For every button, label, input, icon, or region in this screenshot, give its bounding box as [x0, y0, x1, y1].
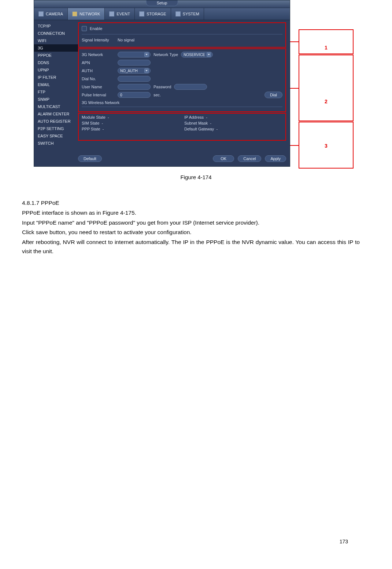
signal-intensity-label: Signal Intensity: [82, 38, 115, 42]
callout-box-2: 2: [299, 55, 354, 121]
enable-checkbox[interactable]: [82, 26, 87, 31]
enable-label: Enable: [90, 26, 102, 31]
sidebar-item-tcpip[interactable]: TCP/IP: [34, 22, 78, 30]
sidebar-item-pppoe[interactable]: PPPOE: [34, 52, 78, 59]
sidebar-item-connection[interactable]: CONNECTION: [34, 30, 78, 37]
body-paragraph-4: After rebooting, NVR will connect to int…: [22, 238, 360, 256]
sidebar-item-3g[interactable]: 3G: [34, 44, 78, 52]
sidebar-item-upnp[interactable]: UPNP: [34, 66, 78, 74]
body-paragraph-2: Input "PPPoE name" and "PPPoE password" …: [22, 218, 360, 228]
3g-network-label: 3G Network: [82, 52, 115, 57]
tab-camera-label: CAMERA: [46, 12, 63, 16]
tab-storage[interactable]: STORAGE: [135, 8, 171, 20]
auth-label: AUTH: [82, 69, 115, 73]
network-icon: [72, 11, 77, 16]
password-input[interactable]: [174, 84, 207, 90]
figure-caption: Figure 4-174: [15, 174, 377, 180]
ip-address-label: IP Address: [184, 115, 204, 119]
module-state-value: -: [108, 115, 109, 119]
callout-number-1: 1: [325, 45, 328, 51]
ppp-state-label: PPP State: [82, 127, 100, 131]
cancel-button[interactable]: Cancel: [238, 155, 261, 162]
callout-number-3: 3: [325, 143, 328, 149]
dial-button[interactable]: Dial: [265, 92, 282, 98]
window-title: Setup: [146, 0, 178, 6]
callout-number-2: 2: [325, 99, 328, 104]
network-type-select[interactable]: NOSERVICE: [181, 52, 213, 58]
subnet-mask-label: Subnet Mask: [184, 121, 208, 125]
tab-network[interactable]: NETWORK: [68, 8, 105, 20]
tab-network-label: NETWORK: [79, 12, 100, 16]
sim-state-value: -: [101, 121, 103, 125]
section-heading: 4.8.1.7 PPPoE: [22, 199, 360, 208]
sidebar-item-ddns[interactable]: DDNS: [34, 59, 78, 66]
ok-button[interactable]: OK: [213, 155, 234, 162]
top-tab-row: CAMERA NETWORK EVENT STORAGE SYSTEM: [34, 8, 290, 20]
password-label: Password: [154, 85, 171, 89]
tab-event[interactable]: EVENT: [105, 8, 135, 20]
callout-box-3: 3: [299, 122, 354, 169]
panel-3: Module State - IP Address - SIM State - …: [78, 113, 286, 141]
camera-icon: [38, 11, 44, 16]
apply-button[interactable]: Apply: [265, 155, 286, 162]
tab-event-label: EVENT: [117, 12, 130, 16]
sidebar-item-multicast[interactable]: MULTICAST: [34, 103, 78, 110]
default-gateway-value: -: [216, 127, 218, 131]
network-type-label: Network Type: [154, 52, 178, 57]
ppp-state-value: -: [103, 127, 104, 131]
sidebar-item-easyspace[interactable]: EASY SPACE: [34, 132, 78, 140]
page-number: 173: [340, 539, 348, 544]
chevron-down-icon: [207, 52, 211, 57]
sidebar-item-ftp[interactable]: FTP: [34, 88, 78, 96]
callout-box-1: 1: [299, 29, 354, 54]
sidebar-item-ipfilter[interactable]: IP FILTER: [34, 74, 78, 81]
sim-state-label: SIM State: [82, 121, 99, 125]
sidebar-item-snmp[interactable]: SNMP: [34, 96, 78, 103]
panel-1: Enable Signal Intensity No signal: [78, 22, 286, 48]
default-button[interactable]: Default: [78, 155, 102, 162]
network-type-value: NOSERVICE: [184, 53, 205, 57]
sidebar-item-autoregister[interactable]: AUTO REGISTER: [34, 118, 78, 125]
subnet-mask-value: -: [210, 121, 211, 125]
tab-storage-label: STORAGE: [147, 12, 166, 16]
pulse-interval-input[interactable]: 0: [118, 92, 151, 98]
system-icon: [175, 11, 181, 16]
body-text: 4.8.1.7 PPPoE PPPoE interface is shown a…: [22, 199, 360, 256]
tab-camera[interactable]: CAMERA: [34, 8, 68, 20]
ip-address-value: -: [206, 115, 207, 119]
tab-system-label: SYSTEM: [183, 12, 199, 16]
sidebar-item-wifi[interactable]: WIFI: [34, 37, 78, 44]
dial-no-input[interactable]: [118, 76, 151, 82]
title-bar: Setup: [34, 0, 290, 8]
signal-intensity-value: No signal: [118, 38, 134, 42]
sidebar-item-alarmcenter[interactable]: ALARM CENTER: [34, 110, 78, 118]
chevron-down-icon: [144, 52, 149, 57]
pulse-interval-unit: sec.: [154, 93, 161, 97]
apn-input[interactable]: [118, 60, 151, 66]
body-paragraph-1: PPPoE interface is shown as in Figure 4-…: [22, 208, 360, 218]
sidebar-item-p2psetting[interactable]: P2P SETTING: [34, 125, 78, 132]
panel-2: 3G Network Network Type NOSERVICE APN: [78, 48, 286, 112]
event-icon: [109, 11, 114, 16]
setup-window: Setup CAMERA NETWORK EVENT STORAGE SYSTE…: [34, 0, 290, 167]
auth-value: NO_AUTH: [120, 69, 143, 73]
dial-no-label: Dial No.: [82, 77, 115, 81]
apn-label: APN: [82, 60, 115, 65]
tab-system[interactable]: SYSTEM: [171, 8, 204, 20]
chevron-down-icon: [144, 69, 149, 73]
content-area: Enable Signal Intensity No signal 3G Net…: [78, 20, 290, 166]
storage-icon: [139, 11, 144, 16]
button-row: Default OK Cancel Apply: [78, 155, 286, 162]
3g-network-select[interactable]: [118, 52, 151, 58]
sidebar: TCP/IP CONNECTION WIFI 3G PPPOE DDNS UPN…: [34, 20, 78, 166]
sidebar-item-switch[interactable]: SWITCH: [34, 140, 78, 147]
user-name-label: User Name: [82, 85, 115, 89]
pulse-interval-label: Pulse Interval: [82, 93, 115, 97]
wireless-network-header: 3G Wireless Network: [82, 100, 119, 105]
sidebar-item-email[interactable]: EMAIL: [34, 81, 78, 88]
user-name-input[interactable]: [118, 84, 151, 90]
module-state-label: Module State: [82, 115, 106, 119]
auth-select[interactable]: NO_AUTH: [118, 68, 151, 74]
default-gateway-label: Default Gateway: [184, 127, 214, 131]
body-paragraph-3: Click save button, you need to restart t…: [22, 228, 360, 237]
